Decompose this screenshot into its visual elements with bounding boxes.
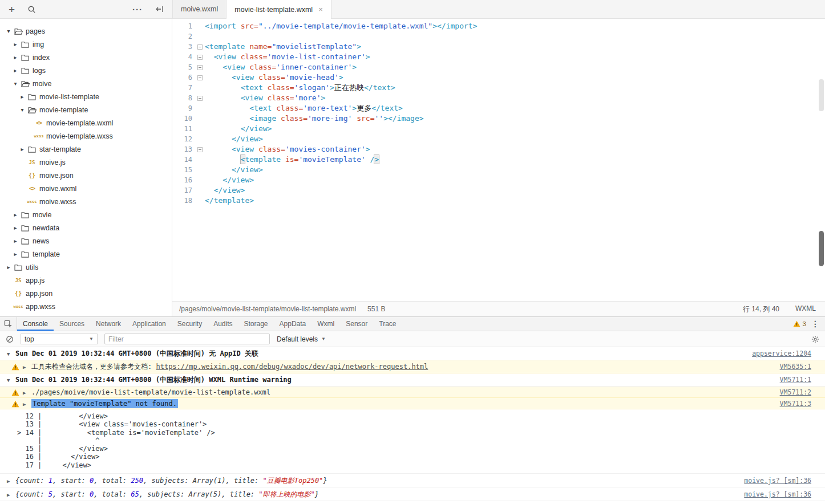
warning-counter[interactable]: 3	[793, 320, 806, 327]
source-link[interactable]: VM5711:3	[769, 400, 811, 408]
devtools-tab-console[interactable]: Console	[17, 317, 54, 331]
chevron-right-icon[interactable]: ▸	[11, 41, 19, 47]
chevron-right-icon[interactable]: ▸	[11, 54, 19, 60]
language-mode[interactable]: WXML	[795, 304, 816, 314]
tree-item-moive.js[interactable]: JSmoive.js	[0, 156, 172, 169]
chevron-right-icon[interactable]: ▸	[11, 225, 19, 231]
chevron-down-icon[interactable]: ▾	[5, 28, 13, 34]
chevron-right-icon[interactable]: ▶	[23, 401, 31, 407]
chevron-right-icon[interactable]: ▸	[5, 264, 13, 270]
code-line-8[interactable]: 8 <view class='more'>	[172, 93, 825, 103]
search-icon[interactable]	[27, 5, 36, 14]
cursor-position[interactable]: 行 14, 列 40	[743, 304, 779, 314]
chevron-right-icon[interactable]: ▸	[11, 251, 19, 257]
tree-item-news[interactable]: ▸news	[0, 234, 172, 247]
editor-scrollbar-thumb-secondary[interactable]	[819, 231, 824, 266]
devtools-tab-wxml[interactable]: Wxml	[312, 317, 340, 331]
tree-item-app.wxss[interactable]: wxssapp.wxss	[0, 300, 172, 313]
tree-item-app.json[interactable]: {}app.json	[0, 287, 172, 300]
tree-item-moive[interactable]: ▾moive	[0, 77, 172, 90]
tree-item-app.js[interactable]: JSapp.js	[0, 274, 172, 287]
console-row[interactable]: ▶./pages/moive/movie-list-template/movie…	[0, 387, 825, 398]
chevron-right-icon[interactable]: ▸	[18, 94, 26, 100]
console-row[interactable]: ▶{count: 7, start: 0, total: 67, subject…	[0, 501, 825, 504]
devtools-tab-security[interactable]: Security	[172, 317, 208, 331]
tree-item-moive.wxml[interactable]: <>moive.wxml	[0, 182, 172, 195]
devtools-tab-trace[interactable]: Trace	[373, 317, 402, 331]
tab-moive.wxml[interactable]: moive.wxml	[172, 0, 227, 18]
code-line-16[interactable]: 16 </view>	[172, 175, 825, 185]
tree-item-star-template[interactable]: ▸star-template	[0, 143, 172, 156]
source-link[interactable]: VM5711:2	[769, 388, 811, 396]
devtools-tab-sensor[interactable]: Sensor	[340, 317, 373, 331]
chevron-right-icon[interactable]: ▸	[11, 67, 19, 74]
code-line-9[interactable]: 9 <text class='more-text'>更多</text>	[172, 103, 825, 113]
context-selector[interactable]: top ▼	[21, 334, 98, 344]
tree-item-pages[interactable]: ▾pages	[0, 25, 172, 38]
chevron-down-icon[interactable]: ▼	[7, 377, 15, 383]
chevron-down-icon[interactable]: ▼	[7, 351, 15, 357]
devtools-tab-appdata[interactable]: AppData	[274, 317, 312, 331]
code-lines[interactable]: 1<import src="../movie-template/movie-te…	[172, 19, 825, 301]
new-file-button[interactable]: +	[9, 4, 15, 15]
chevron-right-icon[interactable]: ▶	[7, 492, 15, 498]
fold-marker-icon[interactable]	[195, 52, 205, 62]
tree-item-movie-template.wxss[interactable]: wxssmovie-template.wxss	[0, 129, 172, 143]
fold-marker-icon[interactable]	[195, 62, 205, 72]
tree-item-newdata[interactable]: ▸newdata	[0, 221, 172, 234]
chevron-down-icon[interactable]: ▾	[11, 80, 19, 87]
code-line-5[interactable]: 5 <view class='inner-container'>	[172, 62, 825, 72]
code-line-17[interactable]: 17 </view>	[172, 185, 825, 196]
filter-input[interactable]	[104, 334, 270, 344]
code-line-2[interactable]: 2	[172, 31, 825, 42]
source-link[interactable]: appservice:1204	[741, 349, 811, 357]
tree-item-moive.json[interactable]: {}moive.json	[0, 169, 172, 182]
devtools-tab-network[interactable]: Network	[90, 317, 127, 331]
console-settings-gear-icon[interactable]	[811, 335, 819, 343]
source-link[interactable]: VM5711:1	[769, 376, 811, 384]
fold-marker-icon[interactable]	[195, 72, 205, 83]
more-options-icon[interactable]: ···	[132, 5, 143, 14]
chevron-right-icon[interactable]: ▶	[23, 390, 31, 396]
tree-item-img[interactable]: ▸img	[0, 38, 172, 51]
fold-marker-icon[interactable]	[195, 93, 205, 103]
code-line-3[interactable]: 3<template name="movielistTemplate">	[172, 42, 825, 52]
console-row[interactable]: ▶{count: 5, start: 0, total: 65, subject…	[0, 487, 825, 501]
tree-item-movie-template.wxml[interactable]: <>movie-template.wxml	[0, 116, 172, 129]
split-editor-icon[interactable]	[155, 5, 164, 13]
tree-item-template[interactable]: ▸template	[0, 247, 172, 261]
source-link[interactable]: moive.js? [sm]:36	[733, 490, 811, 498]
code-line-18[interactable]: 18</template>	[172, 196, 825, 206]
code-line-7[interactable]: 7 <text class='slogan'>正在热映</text>	[172, 83, 825, 93]
tree-item-moive.wxss[interactable]: wxssmoive.wxss	[0, 195, 172, 208]
tab-movie-list-template.wxml[interactable]: movie-list-template.wxml×	[227, 0, 331, 19]
chevron-right-icon[interactable]: ▸	[18, 146, 26, 152]
code-line-15[interactable]: 15 </view>	[172, 165, 825, 175]
devtools-tab-audits[interactable]: Audits	[208, 317, 238, 331]
code-line-13[interactable]: 13 <view class='movies-container'>	[172, 144, 825, 155]
editor-scrollbar-thumb[interactable]	[819, 79, 824, 111]
chevron-right-icon[interactable]: ▶	[23, 364, 31, 370]
code-line-11[interactable]: 11 </view>	[172, 124, 825, 134]
log-levels-selector[interactable]: Default levels ▼	[277, 335, 326, 343]
devtools-menu-icon[interactable]: ⋮	[811, 319, 819, 328]
code-line-4[interactable]: 4 <view class='movie-list-container'>	[172, 52, 825, 62]
devtools-tab-storage[interactable]: Storage	[238, 317, 274, 331]
fold-marker-icon[interactable]	[195, 42, 205, 52]
chevron-right-icon[interactable]: ▸	[11, 212, 19, 218]
tree-item-movie[interactable]: ▸movie	[0, 208, 172, 221]
code-line-10[interactable]: 10 <image class='more-img' src=''></imag…	[172, 113, 825, 124]
console-row[interactable]: ▶{count: 1, start: 0, total: 250, subjec…	[0, 474, 825, 487]
source-link[interactable]: VM5635:1	[769, 363, 811, 371]
source-link[interactable]: moive.js? [sm]:36	[733, 477, 811, 485]
console-row[interactable]: ▼Sun Dec 01 2019 10:32:44 GMT+0800 (中国标准…	[0, 373, 825, 387]
devtools-tab-sources[interactable]: Sources	[54, 317, 90, 331]
clear-console-icon[interactable]	[6, 335, 14, 343]
message-link[interactable]: https://mp.weixin.qq.com/debug/wxadoc/de…	[156, 363, 428, 371]
console-row[interactable]: ▼Sun Dec 01 2019 10:32:44 GMT+0800 (中国标准…	[0, 347, 825, 360]
devtools-tab-application[interactable]: Application	[127, 317, 172, 331]
tree-item-movie-list-template[interactable]: ▸movie-list-template	[0, 90, 172, 103]
chevron-right-icon[interactable]: ▸	[11, 238, 19, 244]
chevron-down-icon[interactable]: ▾	[18, 107, 26, 113]
chevron-right-icon[interactable]: ▶	[7, 478, 15, 484]
